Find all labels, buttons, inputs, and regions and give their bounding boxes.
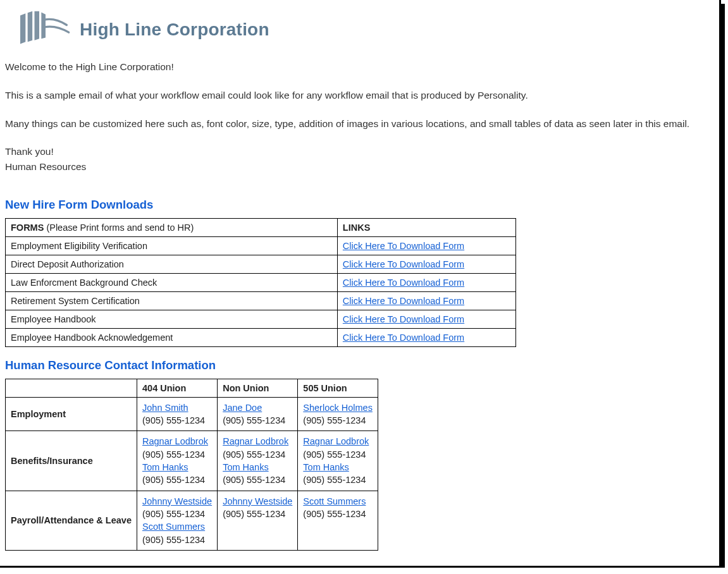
contact-phone: (905) 555-1234 <box>303 475 366 485</box>
contacts-cell: Ragnar Lodbrok(905) 555-1234Tom Hanks(90… <box>298 431 378 491</box>
contacts-column-header: 505 Union <box>298 379 378 397</box>
svg-marker-2 <box>35 11 40 40</box>
contacts-cell: Johnny Westside(905) 555-1234Scott Summe… <box>137 491 218 550</box>
forms-table: FORMS (Please Print forms and send to HR… <box>5 218 516 347</box>
contact-phone: (905) 555-1234 <box>142 535 205 545</box>
contacts-row-label: Employment <box>6 397 137 431</box>
contact-phone: (905) 555-1234 <box>142 509 205 519</box>
header: High Line Corporation <box>5 5 714 56</box>
svg-marker-3 <box>41 13 46 39</box>
contact-name-link[interactable]: Tom Hanks <box>223 462 269 472</box>
contacts-cell: Jane Doe(905) 555-1234 <box>218 397 298 431</box>
form-link-cell: Click Here To Download Form <box>337 255 515 273</box>
table-row: Employment Eligibility VerificationClick… <box>6 236 516 255</box>
form-name: Direct Deposit Authorization <box>6 255 338 273</box>
contact-phone: (905) 555-1234 <box>303 415 366 425</box>
contacts-corner <box>6 379 137 397</box>
contact-name-link[interactable]: Johnny Westside <box>142 496 212 506</box>
contact-phone: (905) 555-1234 <box>223 449 285 460</box>
table-row: EmploymentJohn Smith(905) 555-1234Jane D… <box>6 397 378 431</box>
contact-name-link[interactable]: Ragnar Lodbrok <box>223 436 288 446</box>
links-header: LINKS <box>337 218 515 236</box>
forms-header-note: (Please Print forms and send to HR) <box>44 223 194 233</box>
contact-name-link[interactable]: Ragnar Lodbrok <box>142 436 208 446</box>
contact-phone: (905) 555-1234 <box>223 475 285 485</box>
download-link[interactable]: Click Here To Download Form <box>343 259 464 269</box>
contacts-column-header: Non Union <box>218 379 298 397</box>
contact-phone: (905) 555-1234 <box>223 509 285 519</box>
form-name: Law Enforcment Background Check <box>6 273 338 291</box>
table-row: Direct Deposit AuthorizationClick Here T… <box>6 255 516 273</box>
form-link-cell: Click Here To Download Form <box>337 273 515 291</box>
contacts-row-label: Payroll/Attendance & Leave <box>6 491 137 550</box>
form-name: Retirement System Certification <box>6 291 338 310</box>
contacts-cell: John Smith(905) 555-1234 <box>137 397 218 431</box>
download-link[interactable]: Click Here To Download Form <box>343 278 464 288</box>
contact-phone: (905) 555-1234 <box>142 449 205 460</box>
download-link[interactable]: Click Here To Download Form <box>343 241 464 251</box>
contact-phone: (905) 555-1234 <box>303 449 366 460</box>
contacts-cell: Ragnar Lodbrok(905) 555-1234Tom Hanks(90… <box>137 431 218 491</box>
contacts-cell: Scott Summers(905) 555-1234 <box>298 491 378 550</box>
contact-phone: (905) 555-1234 <box>303 509 366 519</box>
table-row: Retirement System CertificationClick Her… <box>6 291 516 310</box>
intro-p2: This is a sample email of what your work… <box>5 88 714 104</box>
contacts-column-header: 404 Union <box>137 379 218 397</box>
forms-section-title: New Hire Form Downloads <box>5 198 714 212</box>
contacts-table: 404 UnionNon Union505 Union EmploymentJo… <box>5 379 378 551</box>
svg-marker-1 <box>28 11 33 42</box>
intro-text: Welcome to the High Line Corporation! Th… <box>5 56 714 174</box>
contact-phone: (905) 555-1234 <box>142 475 205 485</box>
form-name: Employment Eligibility Verification <box>6 236 338 255</box>
form-name: Employee Handbook Acknowledgement <box>6 328 338 346</box>
form-link-cell: Click Here To Download Form <box>337 291 515 310</box>
contact-phone: (905) 555-1234 <box>142 415 205 425</box>
intro-sig1: Thank you! <box>5 144 714 159</box>
intro-p3: Many things can be customized here such … <box>5 116 714 132</box>
contact-name-link[interactable]: Tom Hanks <box>303 462 349 472</box>
form-link-cell: Click Here To Download Form <box>337 310 515 328</box>
intro-p1: Welcome to the High Line Corporation! <box>5 59 714 75</box>
contacts-section-title: Human Resource Contact Information <box>5 358 714 372</box>
contact-phone: (905) 555-1234 <box>223 415 285 425</box>
table-row: Employee HandbookClick Here To Download … <box>6 310 516 328</box>
contacts-cell: Sherlock Holmes(905) 555-1234 <box>298 397 378 431</box>
download-link[interactable]: Click Here To Download Form <box>343 314 464 324</box>
form-link-cell: Click Here To Download Form <box>337 236 515 255</box>
form-name: Employee Handbook <box>6 310 338 328</box>
form-link-cell: Click Here To Download Form <box>337 328 515 346</box>
contact-name-link[interactable]: Scott Summers <box>303 496 366 506</box>
forms-header-label: FORMS <box>11 223 44 233</box>
contacts-row-label: Benefits/Insurance <box>6 431 137 491</box>
contact-name-link[interactable]: Ragnar Lodbrok <box>303 436 369 446</box>
email-page: High Line Corporation Welcome to the Hig… <box>0 0 721 568</box>
forms-header: FORMS (Please Print forms and send to HR… <box>6 218 338 236</box>
table-row: Employee Handbook AcknowledgementClick H… <box>6 328 516 346</box>
contact-name-link[interactable]: Jane Doe <box>223 403 262 413</box>
table-row: Benefits/InsuranceRagnar Lodbrok(905) 55… <box>6 431 378 491</box>
download-link[interactable]: Click Here To Download Form <box>343 296 464 306</box>
contact-name-link[interactable]: John Smith <box>142 403 188 413</box>
company-logo-icon <box>8 10 71 49</box>
contacts-cell: Ragnar Lodbrok(905) 555-1234Tom Hanks(90… <box>218 431 298 491</box>
contact-name-link[interactable]: Scott Summers <box>142 522 205 532</box>
table-row: Law Enforcment Background CheckClick Her… <box>6 273 516 291</box>
svg-marker-0 <box>20 13 25 44</box>
intro-sig2: Human Resources <box>5 159 714 174</box>
contacts-cell: Johnny Westside(905) 555-1234 <box>218 491 298 550</box>
table-row: Payroll/Attendance & LeaveJohnny Westsid… <box>6 491 378 550</box>
contact-name-link[interactable]: Sherlock Holmes <box>303 403 373 413</box>
download-link[interactable]: Click Here To Download Form <box>343 333 464 343</box>
company-title: High Line Corporation <box>80 20 269 40</box>
contact-name-link[interactable]: Johnny Westside <box>223 496 292 506</box>
contact-name-link[interactable]: Tom Hanks <box>142 462 188 472</box>
